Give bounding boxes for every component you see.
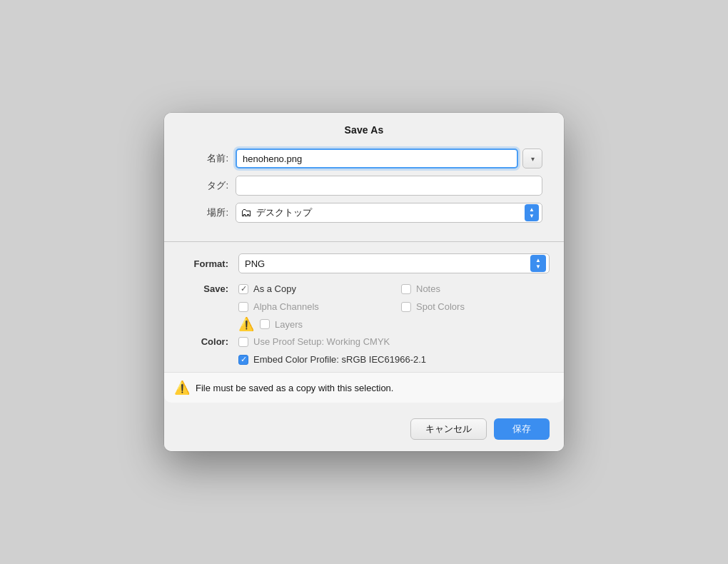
color-section: Color: Use Proof Setup: Working CMYK ✓ E…	[178, 336, 550, 365]
as-a-copy-item: ✓ As a Copy	[238, 283, 387, 294]
format-row: Format: PNG ▲ ▼	[178, 253, 550, 273]
location-select[interactable]: 🗂 デスクトップ ▲ ▼	[236, 203, 542, 223]
name-row: 名前: ▾	[186, 148, 542, 168]
filename-dropdown-button[interactable]: ▾	[522, 148, 542, 168]
spot-colors-label: Spot Colors	[416, 301, 465, 312]
use-proof-label: Use Proof Setup: Working CMYK	[253, 336, 390, 347]
alpha-channels-label: Alpha Channels	[253, 301, 319, 312]
tag-input[interactable]	[236, 176, 542, 196]
save-checkboxes-grid: ✓ As a Copy Notes Alpha Channels Sp	[238, 283, 550, 312]
chevron-down-icon: ▾	[531, 155, 535, 163]
format-value: PNG	[245, 258, 530, 269]
embed-profile-label: Embed Color Profile: sRGB IEC61966-2.1	[253, 354, 426, 365]
bottom-section: Format: PNG ▲ ▼ Save: ✓ As a Copy	[164, 242, 564, 410]
warning-message-icon: ⚠️	[174, 380, 190, 396]
spot-colors-checkbox[interactable]	[401, 302, 411, 312]
format-select[interactable]: PNG ▲ ▼	[238, 253, 550, 273]
dialog-title: Save As	[164, 113, 564, 141]
filename-input[interactable]	[236, 148, 518, 168]
embed-profile-checkbox[interactable]: ✓	[238, 355, 248, 365]
save-row: Save: ✓ As a Copy Notes Alpha Chann	[178, 283, 550, 312]
format-stepper-up-icon: ▲	[535, 258, 541, 263]
checkmark-icon: ✓	[241, 285, 247, 293]
location-text: デスクトップ	[256, 206, 520, 219]
layers-row: ⚠️ Layers	[238, 316, 550, 332]
spot-colors-item: Spot Colors	[401, 301, 550, 312]
location-label: 場所:	[186, 206, 228, 219]
notes-item: Notes	[401, 283, 550, 294]
save-label: Save:	[178, 283, 228, 294]
alpha-channels-checkbox[interactable]	[238, 302, 248, 312]
notes-label: Notes	[416, 283, 440, 294]
folder-icon: 🗂	[241, 206, 252, 219]
save-as-dialog: Save As 名前: ▾ タグ: 場所: 🗂 デスクトップ ▲	[164, 113, 564, 451]
tag-label: タグ:	[186, 179, 228, 192]
tag-row: タグ:	[186, 176, 542, 196]
cancel-button[interactable]: キャンセル	[410, 418, 487, 440]
top-section: 名前: ▾ タグ: 場所: 🗂 デスクトップ ▲ ▼	[164, 141, 564, 241]
location-row: 場所: 🗂 デスクトップ ▲ ▼	[186, 203, 542, 223]
color-label: Color:	[178, 336, 228, 347]
format-stepper-button[interactable]: ▲ ▼	[530, 255, 546, 272]
embed-profile-item: ✓ Embed Color Profile: sRGB IEC61966-2.1	[238, 354, 426, 365]
layers-item: Layers	[260, 319, 303, 330]
use-proof-checkbox[interactable]	[238, 337, 248, 347]
embed-checkmark-icon: ✓	[241, 356, 247, 363]
format-stepper-down-icon: ▼	[535, 264, 541, 270]
color-checkboxes: Use Proof Setup: Working CMYK ✓ Embed Co…	[238, 336, 426, 365]
name-input-wrapper: ▾	[236, 148, 542, 168]
location-stepper[interactable]: ▲ ▼	[525, 204, 539, 221]
save-button[interactable]: 保存	[494, 418, 550, 440]
stepper-down-icon: ▼	[529, 213, 535, 219]
layers-checkbox[interactable]	[260, 319, 270, 329]
format-label: Format:	[178, 258, 228, 269]
buttons-row: キャンセル 保存	[164, 410, 564, 451]
warning-message-text: File must be saved as a copy with this s…	[196, 383, 393, 393]
notes-checkbox[interactable]	[401, 284, 411, 294]
alpha-channels-item: Alpha Channels	[238, 301, 387, 312]
name-label: 名前:	[186, 152, 228, 165]
as-a-copy-checkbox[interactable]: ✓	[238, 284, 248, 294]
warning-message-bar: ⚠️ File must be saved as a copy with thi…	[164, 372, 564, 403]
stepper-up-icon: ▲	[529, 207, 535, 213]
as-a-copy-label: As a Copy	[253, 283, 296, 294]
layers-label: Layers	[275, 319, 303, 330]
layers-warning-icon: ⚠️	[238, 316, 254, 332]
use-proof-item: Use Proof Setup: Working CMYK	[238, 336, 426, 347]
